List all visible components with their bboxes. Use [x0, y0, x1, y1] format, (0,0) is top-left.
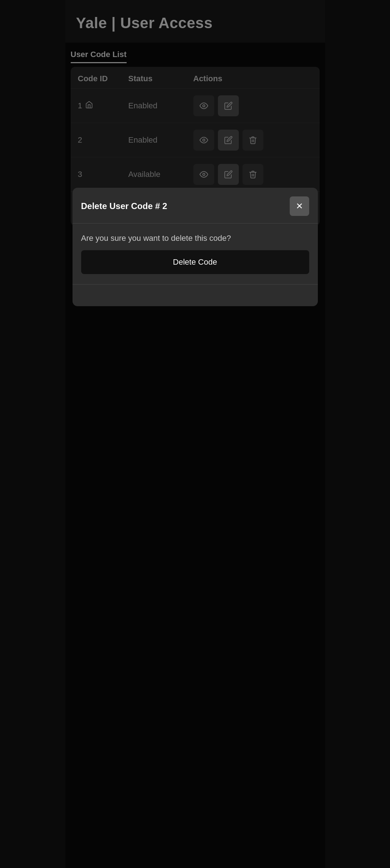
- modal-question: Are you sure you want to delete this cod…: [81, 234, 309, 243]
- delete-confirm-modal: Delete User Code # 2 ✕ Are you sure you …: [73, 188, 318, 306]
- delete-code-button[interactable]: Delete Code: [81, 250, 309, 274]
- modal-overlay: Delete User Code # 2 ✕ Are you sure you …: [65, 0, 325, 868]
- modal-title: Delete User Code # 2: [81, 201, 167, 211]
- modal-footer: [73, 285, 318, 306]
- modal-header: Delete User Code # 2 ✕: [73, 188, 318, 223]
- modal-close-button[interactable]: ✕: [290, 196, 309, 216]
- close-icon: ✕: [296, 201, 303, 211]
- modal-body: Are you sure you want to delete this cod…: [73, 223, 318, 285]
